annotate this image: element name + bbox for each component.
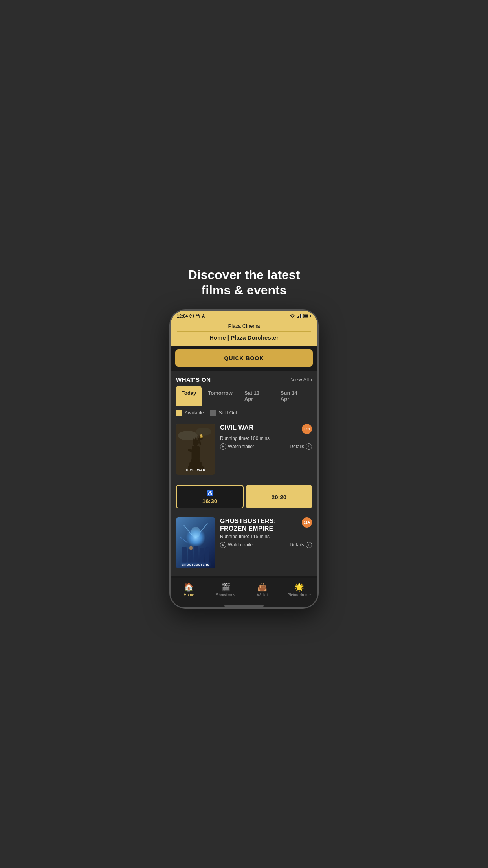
main-content: WHAT'S ON View All › Today Tomorrow Sat … [171,371,317,576]
bottom-nav: 🏠 Home 🎬 Showtimes 👜 Wallet 🌟 Picturedro… [171,578,317,603]
svg-line-30 [200,523,207,533]
nav-wallet[interactable]: 👜 Wallet [244,582,281,597]
civil-war-poster: CIVIL WAR [176,424,215,475]
signal-icon [297,314,302,318]
tab-tomorrow[interactable]: Tomorrow [202,386,238,406]
cinema-location: Home | Plaza Dorchester [177,334,311,341]
ghostbusters-title: GHOSTBUSTERS: FROZEN EMPIRE [220,517,299,532]
nav-picturedrome-label: Picturedrome [288,593,311,597]
ghostbusters-links: ▶ Watch trailer Details i [220,542,312,548]
ghostbusters-trailer-link[interactable]: ▶ Watch trailer [220,542,254,548]
svg-rect-37 [205,547,209,563]
status-bar: 12:04 A [171,311,317,320]
whats-on-title: WHAT'S ON [176,376,211,383]
movie-card-civil-war: CIVIL WAR CIVIL WAR 12A Running time: 10… [171,420,317,483]
phone-frame: 12:04 A [169,309,319,609]
svg-point-12 [178,431,198,440]
civil-war-links: ▶ Watch trailer Details i [220,443,312,450]
showtime-1630-label: 16:30 [202,498,217,504]
nav-wallet-label: Wallet [257,593,268,597]
accessible-icon: ♿ [180,490,240,496]
legend-available: Available [176,410,204,416]
view-all-link[interactable]: View All › [291,377,312,383]
font-icon: A [202,314,206,318]
civil-war-poster-art [176,424,215,475]
picturedrome-icon: 🌟 [294,582,304,592]
page-headline: Discover the latestfilms & events [180,267,308,298]
ghostbusters-details: GHOSTBUSTERS: FROZEN EMPIRE 12A Running … [220,517,312,548]
nav-showtimes[interactable]: 🎬 Showtimes [207,582,244,597]
available-box [176,410,182,416]
svg-line-29 [184,525,192,535]
status-time: 12:04 [177,314,188,318]
civil-war-poster-text: CIVIL WAR [186,468,205,472]
showtime-2020[interactable]: 20:20 [246,485,312,508]
ghostbusters-runtime: Running time: 115 mins [220,534,312,539]
svg-line-31 [180,537,188,543]
lock-icon [196,314,200,318]
info-icon: i [306,443,312,450]
quick-book-button[interactable]: QUICK BOOK [175,349,313,367]
available-label: Available [185,410,204,416]
civil-war-details-link[interactable]: Details i [290,443,312,450]
status-right [289,314,311,318]
ghostbusters-poster: GHOSTBUSTERS [176,517,215,568]
status-left: 12:04 A [177,314,206,318]
play-icon-gb: ▶ [220,542,226,548]
svg-rect-5 [298,316,299,318]
svg-rect-36 [200,548,204,563]
svg-rect-35 [194,546,198,563]
ghostbusters-poster-art [176,517,215,568]
whats-on-header: WHAT'S ON View All › [171,371,317,386]
cinema-name: Plaza Cinema [177,323,311,332]
ghostbusters-poster-text: GHOSTBUSTERS [182,563,209,566]
tab-today[interactable]: Today [176,386,202,406]
battery-icon [303,314,311,318]
info-icon-gb: i [306,542,312,548]
movie-info-row: CIVIL WAR CIVIL WAR 12A Running time: 10… [176,424,312,475]
legend-sold-out: Sold Out [210,410,237,416]
wallet-icon: 👜 [257,582,267,592]
civil-war-rating: 12A [302,424,312,434]
ghostbusters-info-row: GHOSTBUSTERS GHOSTBUSTERS: FROZEN EMPIRE… [176,517,312,568]
svg-rect-10 [304,314,308,317]
movie-card-ghostbusters: GHOSTBUSTERS GHOSTBUSTERS: FROZEN EMPIRE… [171,513,317,576]
notification-icon [189,314,194,318]
civil-war-trailer-link[interactable]: ▶ Watch trailer [220,443,254,450]
ghostbusters-rating: 12A [302,517,312,528]
day-tabs: Today Tomorrow Sat 13 Apr Sun 14 Apr [171,386,317,406]
showtime-1630[interactable]: ♿ 16:30 [176,485,244,508]
sold-out-label: Sold Out [218,410,237,416]
civil-war-title-row: CIVIL WAR 12A [220,424,312,434]
ghostbusters-details-link[interactable]: Details i [290,542,312,548]
svg-rect-6 [300,314,301,318]
svg-point-28 [200,434,202,437]
legend: Available Sold Out [171,406,317,420]
nav-picturedrome[interactable]: 🌟 Picturedrome [281,582,318,597]
svg-rect-34 [188,549,193,563]
details-label-gb: Details [290,542,304,548]
showtime-2020-label: 20:20 [272,494,286,500]
tab-sat[interactable]: Sat 13 Apr [239,386,274,406]
watch-trailer-label-gb: Watch trailer [228,542,254,548]
svg-rect-20 [192,446,200,460]
nav-home-label: Home [183,593,194,597]
svg-point-13 [196,428,211,436]
tab-sun[interactable]: Sun 14 Apr [275,386,312,406]
home-icon: 🏠 [184,582,194,592]
phone-bottom-bar [171,603,317,607]
svg-rect-33 [182,547,187,563]
civil-war-title: CIVIL WAR [220,424,299,431]
civil-war-details: CIVIL WAR 12A Running time: 100 mins ▶ W… [220,424,312,450]
nav-home[interactable]: 🏠 Home [171,582,207,597]
details-label: Details [290,444,304,449]
app-header: Plaza Cinema Home | Plaza Dorchester [171,320,317,346]
svg-rect-2 [196,316,200,318]
civil-war-showtimes: ♿ 16:30 20:20 [171,484,317,513]
civil-war-runtime: Running time: 100 mins [220,436,312,441]
nav-showtimes-label: Showtimes [216,593,235,597]
svg-rect-9 [310,315,311,317]
play-icon: ▶ [220,443,226,450]
svg-point-38 [189,546,193,550]
watch-trailer-label: Watch trailer [228,444,254,449]
